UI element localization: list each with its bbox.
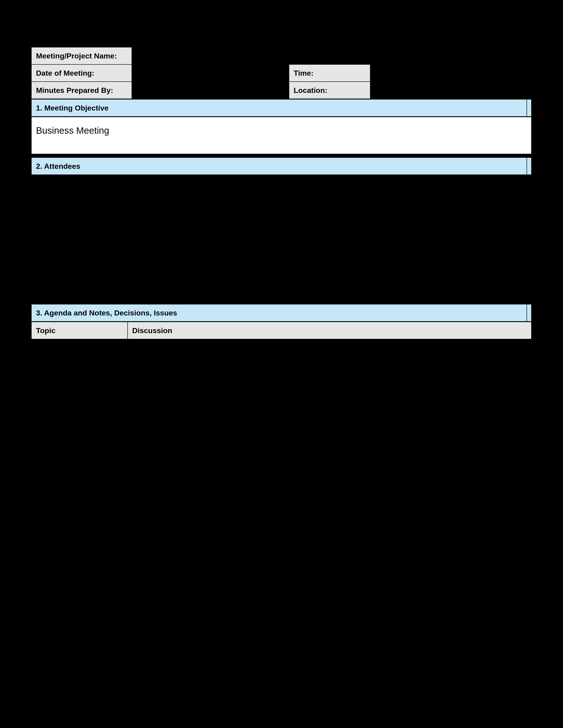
meeting-name-value[interactable] — [132, 47, 531, 64]
document-body: Meeting/Project Name: Date of Meeting: T… — [31, 47, 532, 339]
agenda-col-topic: Topic — [31, 322, 128, 339]
time-label: Time: — [289, 64, 370, 82]
spacer — [31, 154, 532, 157]
meeting-minutes-page: Meeting/Project Name: Date of Meeting: T… — [0, 0, 563, 728]
section-objective-header: 1. Meeting Objective — [31, 99, 532, 117]
date-label: Date of Meeting: — [31, 64, 132, 82]
objective-body-table: Business Meeting — [31, 117, 532, 154]
location-value[interactable] — [370, 82, 531, 99]
prepared-by-label: Minutes Prepared By: — [31, 82, 132, 99]
section-tail-cell — [527, 158, 531, 175]
date-value[interactable] — [132, 64, 289, 82]
section-agenda-title: 3. Agenda and Notes, Decisions, Issues — [31, 304, 527, 321]
meeting-name-row: Meeting/Project Name: — [31, 47, 531, 64]
objective-text[interactable]: Business Meeting — [31, 117, 531, 154]
meeting-name-label: Meeting/Project Name: — [31, 47, 132, 64]
preparer-location-row: Minutes Prepared By: Location: — [31, 82, 531, 99]
section-attendees-header: 2. Attendees — [31, 157, 532, 175]
prepared-by-value[interactable] — [132, 82, 289, 99]
meeting-info-table: Meeting/Project Name: Date of Meeting: T… — [31, 47, 532, 99]
time-value[interactable] — [370, 64, 531, 82]
agenda-col-discussion: Discussion — [128, 322, 531, 339]
agenda-columns-row: Topic Discussion — [31, 322, 532, 339]
section-tail-cell — [527, 99, 531, 116]
attendees-area — [31, 175, 532, 304]
section-tail-cell — [527, 304, 531, 321]
location-label: Location: — [289, 82, 370, 99]
section-agenda-header: 3. Agenda and Notes, Decisions, Issues — [31, 304, 532, 322]
section-objective-title: 1. Meeting Objective — [31, 99, 527, 116]
date-time-row: Date of Meeting: Time: — [31, 64, 531, 82]
section-attendees-title: 2. Attendees — [31, 158, 527, 175]
